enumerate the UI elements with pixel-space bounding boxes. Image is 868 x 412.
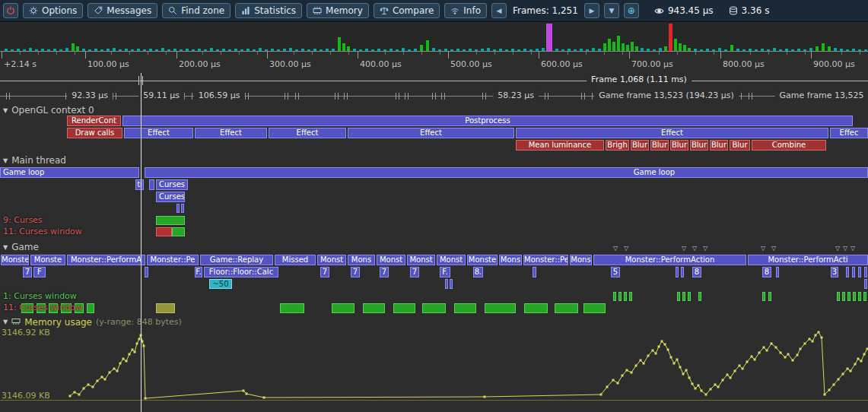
zone-bar[interactable]: Monster::Pe xyxy=(523,255,568,265)
zone-bar[interactable]: Mons xyxy=(570,255,592,265)
zone-bar[interactable]: Missed xyxy=(275,255,316,265)
zone-bar[interactable]: Effec xyxy=(830,128,868,138)
zone-bar[interactable]: Effect xyxy=(348,128,514,138)
section-header-main-thread[interactable]: ▼Main thread xyxy=(3,155,66,166)
zone-bar[interactable] xyxy=(842,292,845,301)
zone-bar[interactable]: 7 xyxy=(410,267,419,277)
zone-bar[interactable] xyxy=(176,204,180,213)
zone-bar[interactable] xyxy=(852,267,855,277)
collapse-triangle-icon[interactable]: ▼ xyxy=(3,107,8,114)
zone-bar[interactable]: F. xyxy=(440,267,450,277)
zone-bar[interactable] xyxy=(156,303,175,313)
zone-bar[interactable]: RenderCont xyxy=(67,116,121,126)
message-marker-icon[interactable]: ▽ xyxy=(703,245,707,252)
zone-bar[interactable] xyxy=(555,303,578,313)
zone-bar[interactable]: Monster::PerformAction xyxy=(593,255,746,265)
zone-bar[interactable]: Blur xyxy=(730,140,750,151)
zone-bar[interactable] xyxy=(332,303,355,313)
zone-bar[interactable]: 8 xyxy=(692,267,701,277)
zone-bar[interactable] xyxy=(149,179,154,190)
zone-bar[interactable] xyxy=(688,292,691,301)
zone-bar[interactable] xyxy=(454,303,476,313)
zone-bar[interactable]: Mons xyxy=(348,255,375,265)
zone-bar[interactable]: Monste xyxy=(30,255,65,265)
message-marker-icon[interactable]: ▽ xyxy=(761,245,765,252)
zone-bar[interactable]: Monster::Pe xyxy=(147,255,199,265)
zone-bar[interactable]: F xyxy=(33,267,46,277)
zone-bar[interactable]: Brigh xyxy=(606,140,629,151)
zone-bar[interactable] xyxy=(864,279,867,289)
zone-bar[interactable]: Monste xyxy=(467,255,498,265)
zone-bar[interactable]: 7 xyxy=(320,267,329,277)
collapse-triangle-icon[interactable]: ▼ xyxy=(3,319,8,325)
zone-bar[interactable]: Blur xyxy=(710,140,728,151)
zone-bar[interactable] xyxy=(682,292,685,301)
message-marker-icon[interactable]: ▽ xyxy=(613,245,618,252)
zone-bar[interactable] xyxy=(853,292,856,301)
zone-bar[interactable] xyxy=(524,303,548,313)
zone-bar[interactable] xyxy=(422,303,446,313)
message-marker-icon[interactable]: ▽ xyxy=(682,245,686,252)
zone-bar[interactable]: Combine xyxy=(752,140,826,151)
message-marker-icon[interactable]: ▽ xyxy=(843,245,847,252)
zone-bar[interactable]: Blur xyxy=(650,140,669,151)
zone-bar[interactable] xyxy=(681,267,684,277)
collapse-triangle-icon[interactable]: ▼ xyxy=(3,244,8,251)
zone-bar[interactable] xyxy=(776,267,779,277)
zone-bar[interactable]: Monst xyxy=(437,255,466,265)
zone-bar[interactable]: Draw calls xyxy=(67,128,122,138)
zone-bar[interactable]: Mean luminance xyxy=(516,140,604,151)
collapse-triangle-icon[interactable]: ▼ xyxy=(3,157,8,164)
zone-bar[interactable]: Blur xyxy=(690,140,708,151)
zone-bar[interactable] xyxy=(676,267,679,277)
zone-bar[interactable] xyxy=(363,303,385,313)
zone-bar[interactable] xyxy=(450,279,453,289)
zone-bar[interactable] xyxy=(583,303,606,313)
zone-bar[interactable]: Mons xyxy=(499,255,522,265)
zone-bar[interactable] xyxy=(156,216,185,225)
zone-bar[interactable]: Postprocess xyxy=(122,116,853,126)
zone-bar[interactable] xyxy=(156,227,172,236)
zone-bar[interactable]: 7 xyxy=(351,267,360,277)
zone-bar[interactable] xyxy=(618,292,622,301)
zone-bar[interactable]: ~50 xyxy=(209,279,232,289)
zone-bar[interactable] xyxy=(762,292,765,301)
zone-bar[interactable] xyxy=(145,267,148,277)
message-marker-icon[interactable]: ▽ xyxy=(624,245,628,252)
zone-bar[interactable] xyxy=(847,292,851,301)
zone-bar[interactable] xyxy=(445,279,448,289)
zone-bar[interactable]: Blur xyxy=(670,140,688,151)
zone-bar[interactable]: Monst xyxy=(407,255,435,265)
zone-bar[interactable]: Monster::PerformA xyxy=(67,255,145,265)
zone-bar[interactable] xyxy=(145,167,868,178)
zone-bar[interactable]: Game::Replay xyxy=(200,255,273,265)
zone-bar[interactable] xyxy=(181,204,184,213)
message-marker-icon[interactable]: ▽ xyxy=(692,245,697,252)
message-marker-icon[interactable]: ▽ xyxy=(851,245,855,252)
zone-bar[interactable]: Monster::PerformActi xyxy=(748,255,868,265)
zone-bar[interactable]: 7 xyxy=(23,267,32,277)
zone-bar[interactable] xyxy=(698,292,701,301)
zone-bar[interactable] xyxy=(87,303,94,313)
zone-bar[interactable] xyxy=(393,303,415,313)
zone-bar[interactable] xyxy=(172,227,185,236)
zone-bar[interactable]: F. xyxy=(195,267,202,277)
zone-bar[interactable] xyxy=(768,292,771,301)
zone-bar[interactable]: Curses xyxy=(156,192,185,202)
zone-bar[interactable]: 8 xyxy=(762,267,771,277)
zone-bar[interactable] xyxy=(846,267,849,277)
zone-bar[interactable] xyxy=(624,292,627,301)
zone-bar[interactable]: 8. xyxy=(473,267,483,277)
zone-bar[interactable]: Monst xyxy=(377,255,405,265)
zone-bar[interactable] xyxy=(837,292,840,301)
zone-bar[interactable] xyxy=(613,292,616,301)
zone-bar[interactable]: Monste xyxy=(1,255,29,265)
zone-bar[interactable] xyxy=(858,292,861,301)
section-header-memory[interactable]: ▼Memory usage(y-range: 848 bytes) xyxy=(3,316,182,328)
zone-bar[interactable]: 5 xyxy=(611,267,620,277)
zone-bar[interactable]: 7 xyxy=(380,267,389,277)
section-header-game[interactable]: ▼Game xyxy=(3,242,39,252)
zone-bar[interactable] xyxy=(864,267,867,277)
message-marker-icon[interactable]: ▽ xyxy=(835,245,840,252)
zone-bar[interactable]: Monst xyxy=(317,255,346,265)
